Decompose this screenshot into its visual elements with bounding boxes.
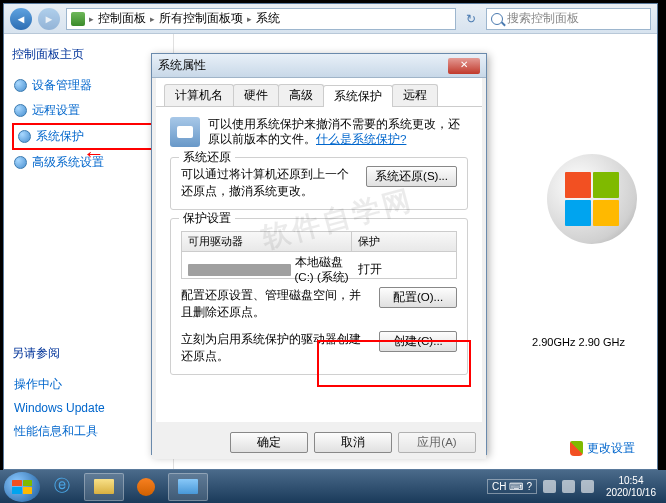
control-panel-icon [71,12,85,26]
configure-text: 配置还原设置、管理磁盘空间，并且删除还原点。 [181,287,371,322]
protection-icon [170,117,200,147]
sidebar-label: 设备管理器 [32,77,92,94]
sidebar-item-device-manager[interactable]: 设备管理器 [12,73,165,98]
back-button[interactable]: ◄ [10,8,32,30]
breadcrumb-item[interactable]: 所有控制面板项 [159,10,243,27]
ime-label: CH [492,481,506,492]
sidebar-label: Windows Update [14,401,105,415]
sidebar-label: 操作中心 [14,376,62,393]
refresh-button[interactable]: ↻ [462,12,480,26]
drive-row[interactable]: 本地磁盘 (C:) (系统) 打开 [182,252,456,288]
taskbar: ⓔ CH⌨? 10:54 2020/10/16 [0,470,666,503]
taskbar-explorer[interactable] [84,473,124,501]
help-icon: ? [526,481,532,492]
system-restore-group: 系统还原 可以通过将计算机还原到上一个还原点，撤消系统更改。 系统还原(S)..… [170,157,468,210]
configure-button[interactable]: 配置(O)... [379,287,457,308]
col-protection: 保护 [352,232,386,251]
tab-advanced[interactable]: 高级 [278,84,324,106]
intro-section: 可以使用系统保护来撤消不需要的系统更改，还原以前版本的文件。什么是系统保护? [170,117,468,147]
drive-status: 打开 [358,262,382,277]
dialog-titlebar: 系统属性 ✕ [152,54,486,78]
keyboard-icon: ⌨ [509,481,523,492]
sidebar-item-system-protection[interactable]: 系统保护 [12,123,165,150]
tray-network-icon[interactable] [562,480,575,493]
app-icon [178,479,198,494]
taskbar-ie[interactable]: ⓔ [42,473,82,501]
tab-system-protection[interactable]: 系统保护 [323,85,393,107]
sidebar-link-windows-update[interactable]: Windows Update [12,397,165,419]
change-settings-link[interactable]: 更改设置 [570,440,635,457]
search-input[interactable]: 搜索控制面板 [486,8,651,30]
apply-button[interactable]: 应用(A) [398,432,476,453]
tab-hardware[interactable]: 硬件 [233,84,279,106]
tray-flag-icon[interactable] [543,480,556,493]
ime-indicator[interactable]: CH⌨? [487,479,537,494]
start-button[interactable] [4,472,40,502]
sidebar-label: 系统保护 [36,128,84,145]
shield-icon [570,441,583,456]
system-restore-button[interactable]: 系统还原(S)... [366,166,457,187]
tab-remote[interactable]: 远程 [392,84,438,106]
sidebar-link-action-center[interactable]: 操作中心 [12,372,165,397]
titlebar: ◄ ► ▸ 控制面板 ▸ 所有控制面板项 ▸ 系统 ↻ 搜索控制面板 [4,4,657,34]
tab-bar: 计算机名 硬件 高级 系统保护 远程 [156,78,482,107]
ie-icon: ⓔ [54,476,70,497]
close-button[interactable]: ✕ [448,58,480,74]
breadcrumb-item[interactable]: 控制面板 [98,10,146,27]
time: 10:54 [606,475,656,487]
breadcrumb[interactable]: ▸ 控制面板 ▸ 所有控制面板项 ▸ 系统 [66,8,456,30]
search-icon [491,13,503,25]
dialog-buttons: 确定 取消 应用(A) [152,426,486,459]
forward-button[interactable]: ► [38,8,60,30]
sidebar-title: 控制面板主页 [12,46,165,63]
intro-text: 可以使用系统保护来撤消不需要的系统更改，还原以前版本的文件。什么是系统保护? [208,117,468,147]
sidebar-label: 远程设置 [32,102,80,119]
tray-volume-icon[interactable] [581,480,594,493]
search-placeholder: 搜索控制面板 [507,10,579,27]
drive-name: 本地磁盘 (C:) (系统) [295,255,358,285]
dialog-title: 系统属性 [158,57,206,74]
sidebar-also-title: 另请参阅 [12,345,165,362]
shield-icon [14,104,27,117]
create-text: 立刻为启用系统保护的驱动器创建还原点。 [181,331,371,366]
group-title: 系统还原 [179,150,235,165]
taskbar-media[interactable] [126,473,166,501]
chevron-right-icon: ▸ [150,14,155,24]
sidebar-label: 性能信息和工具 [14,423,98,440]
link-label: 更改设置 [587,440,635,457]
chevron-right-icon: ▸ [247,14,252,24]
sidebar-link-performance[interactable]: 性能信息和工具 [12,419,165,444]
protection-settings-group: 保护设置 可用驱动器 保护 本地磁盘 (C:) (系统) 打开 配置还原设置、管… [170,218,468,375]
media-icon [137,478,155,496]
folder-icon [94,479,114,494]
taskbar-app[interactable] [168,473,208,501]
date: 2020/10/16 [606,487,656,499]
what-is-link[interactable]: 什么是系统保护? [316,133,406,145]
system-tray: CH⌨? 10:54 2020/10/16 [487,475,662,499]
drive-list[interactable]: 可用驱动器 保护 本地磁盘 (C:) (系统) 打开 [181,231,457,279]
create-button[interactable]: 创建(C)... [379,331,457,352]
breadcrumb-item[interactable]: 系统 [256,10,280,27]
ok-button[interactable]: 确定 [230,432,308,453]
shield-icon [18,130,31,143]
clock[interactable]: 10:54 2020/10/16 [600,475,662,499]
sidebar-label: 高级系统设置 [32,154,104,171]
tab-computer-name[interactable]: 计算机名 [164,84,234,106]
drive-icon [188,264,291,276]
shield-icon [14,79,27,92]
tab-content: 可以使用系统保护来撤消不需要的系统更改，还原以前版本的文件。什么是系统保护? 系… [156,107,482,422]
col-drive: 可用驱动器 [182,232,352,251]
drive-list-header: 可用驱动器 保护 [182,232,456,252]
system-properties-dialog: 系统属性 ✕ 计算机名 硬件 高级 系统保护 远程 可以使用系统保护来撤消不需要… [151,53,487,455]
sidebar-item-remote[interactable]: 远程设置 [12,98,165,123]
windows-logo-icon [547,154,637,244]
cancel-button[interactable]: 取消 [314,432,392,453]
sidebar-item-advanced[interactable]: 高级系统设置 [12,150,165,175]
shield-icon [14,156,27,169]
sidebar: 控制面板主页 设备管理器 远程设置 系统保护 高级系统设置 另请参阅 操作中心 … [4,34,174,469]
group-title: 保护设置 [179,211,235,226]
chevron-right-icon: ▸ [89,14,94,24]
cpu-speed: 2.90GHz 2.90 GHz [532,336,625,348]
restore-text: 可以通过将计算机还原到上一个还原点，撤消系统更改。 [181,166,358,201]
